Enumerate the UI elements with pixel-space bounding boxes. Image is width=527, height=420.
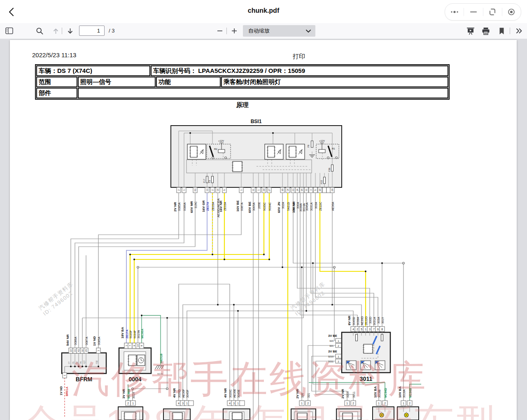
schematic-label: 0086A: [74, 336, 77, 345]
pin-number: 30: [319, 189, 321, 191]
schematic-label: ZE22D: [365, 316, 368, 325]
schematic-label: BR01A: [65, 387, 68, 396]
schematic-label: 302A: [282, 202, 284, 209]
schematic-label: R1: [332, 147, 335, 150]
junction-dot: [141, 315, 142, 316]
schematic-label: 3019: [381, 317, 384, 324]
bookmark-button[interactable]: [496, 26, 507, 36]
sidebar-toggle-button[interactable]: [4, 26, 15, 36]
minimize-icon: [469, 8, 478, 16]
next-page-button[interactable]: [65, 26, 75, 36]
junction-dot: [212, 254, 213, 255]
junction-dot: [282, 266, 283, 268]
pin-number: 31: [74, 349, 76, 352]
chevron-down-icon: [306, 29, 311, 33]
zoom-out-button[interactable]: [215, 26, 225, 36]
page-number-input[interactable]: [79, 26, 105, 36]
schematic-label: 60V MR: [190, 201, 194, 213]
junction-ring: [403, 262, 405, 264]
zoom-in-button[interactable]: [229, 26, 240, 36]
pin-number: 63: [194, 189, 196, 191]
pin-box: [322, 187, 326, 193]
wire: [134, 193, 269, 343]
pin-number: 13: [206, 189, 208, 191]
search-button[interactable]: [34, 26, 45, 36]
pin-number: 2: [357, 328, 358, 331]
chip-icon: [268, 146, 275, 157]
presentation-mode-button[interactable]: [465, 26, 476, 36]
pin-number: 29: [331, 189, 333, 191]
pin-number: 36: [301, 189, 303, 191]
restore-window-button[interactable]: [483, 4, 502, 20]
junction-ring: [327, 157, 329, 159]
minimize-button[interactable]: [464, 4, 483, 20]
wire: [71, 193, 179, 348]
pin-number: 3: [369, 328, 371, 331]
record-button[interactable]: [502, 4, 521, 20]
zoom-select[interactable]: 自动缩放: [243, 25, 315, 37]
schematic-label: 3045D: [352, 317, 355, 325]
junction-ring: [225, 157, 227, 159]
wire: [75, 193, 184, 348]
schematic-label: F3: [208, 180, 211, 183]
schematic-label: 3045A: [305, 202, 308, 211]
table-cell: 车辆：DS 7 (X74C): [36, 65, 150, 76]
schematic-label: 54V NR: [66, 334, 70, 346]
minus-icon: [217, 28, 223, 34]
pdf-viewer-area[interactable]: 2163132165111129273014233436313530292231…: [0, 39, 527, 420]
schematic-label: R2: [214, 148, 217, 150]
pin-number: 30: [281, 189, 284, 191]
schematic-label: 60V JN: [277, 202, 281, 213]
schematic-label: ZE17A: [206, 202, 209, 211]
print-icon: [482, 27, 490, 35]
pin-number: 27: [268, 189, 270, 191]
pin-number: 14: [287, 189, 289, 191]
schematic-label: BSI1: [251, 119, 262, 124]
more-tools-button[interactable]: [514, 26, 525, 36]
schematic-label: 1V ND: [59, 386, 63, 395]
schematic-label: F9: [307, 145, 310, 147]
schematic-label: 9035C: [263, 202, 266, 211]
fuse-icon: [212, 176, 214, 183]
relay-coil: [319, 149, 325, 153]
more-options-button[interactable]: [445, 4, 464, 20]
pin-number: 32: [81, 349, 84, 352]
schematic-label: 303A: [377, 317, 380, 324]
schematic-label: 0087A: [85, 336, 88, 345]
schematic-label: +12V: [218, 140, 224, 142]
info-table: 车辆：DS 7 (X74C)车辆识别号码： LPAA5CKCXJ2Z92259 …: [35, 64, 450, 100]
schematic-label: 319C: [194, 201, 197, 208]
schematic-label: 18V BA: [121, 327, 124, 338]
fuse-icon: [324, 177, 326, 184]
schematic-label: F17: [203, 179, 205, 183]
schematic-label: 1V ND: [93, 336, 96, 346]
table-row: 部件: [36, 88, 448, 98]
junction-dot: [263, 254, 265, 255]
junction-dot: [312, 262, 314, 264]
schematic-label: +12V: [319, 140, 325, 142]
titlebar: chunk.pdf: [0, 0, 527, 23]
zoom-select-label: 自动缩放: [243, 27, 306, 35]
table-row: 范围照明—信号功能乘客舱/封闭舱照明灯: [36, 77, 448, 87]
schematic-label: 0085A: [178, 202, 181, 211]
watermark-footer: 会员188/年 怎用最新车型: [21, 397, 499, 420]
pin-number: 43: [77, 349, 80, 352]
schematic-label: 9034P: [133, 330, 136, 338]
schematic-label: 3014A: [303, 203, 305, 212]
junction-ring: [137, 266, 139, 268]
restore-icon: [488, 8, 497, 16]
schematic-label: AE36A: [331, 202, 334, 211]
pin-number: 23: [292, 189, 294, 191]
pin-number: 1: [365, 328, 366, 331]
relay-coil: [218, 149, 225, 153]
schematic-label: ZE22C: [319, 202, 322, 211]
table-cell: 照明—信号: [78, 77, 156, 87]
toolbar-divider: [62, 28, 62, 34]
pin-number: 22: [70, 349, 72, 352]
previous-page-button[interactable]: [50, 26, 61, 36]
plus-icon: [231, 28, 238, 34]
print-button[interactable]: [480, 26, 491, 36]
pin-number: 16: [217, 189, 219, 191]
pin-number: 11: [252, 189, 254, 191]
pin-number: 34: [296, 189, 298, 191]
